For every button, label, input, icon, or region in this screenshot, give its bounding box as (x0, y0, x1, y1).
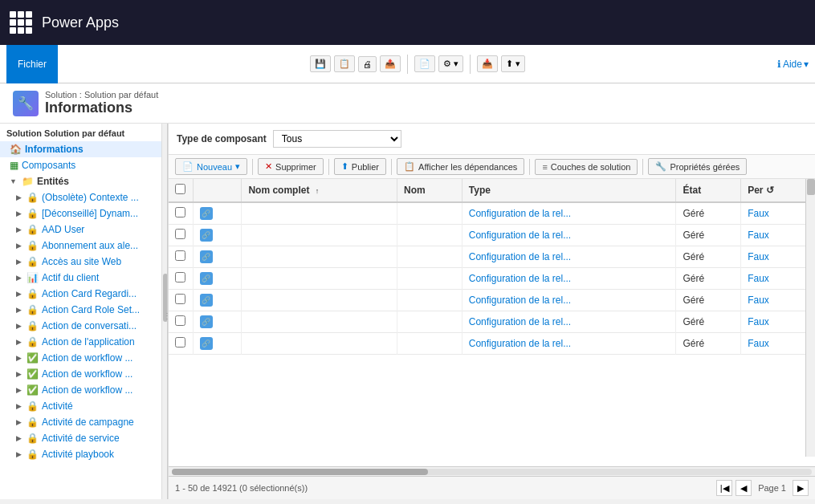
row-7-checkbox[interactable] (175, 337, 185, 348)
row-4-type[interactable]: Configuration de la rel... (462, 268, 676, 290)
supprimer-button[interactable]: ✕ Supprimer (258, 158, 324, 175)
select-all-checkbox[interactable] (175, 184, 185, 194)
row-6-checkbox[interactable] (175, 315, 185, 326)
sidebar-item-action-conversation[interactable]: ▶ 🔒 Action de conversati... (0, 318, 168, 334)
sidebar-item-activite[interactable]: ▶ 🔒 Activité (0, 398, 168, 414)
publier-button[interactable]: ⬆ Publier (334, 158, 386, 175)
row-1-etat: Géré (676, 202, 741, 225)
row-5-checkbox[interactable] (175, 294, 185, 304)
row-4-etat: Géré (676, 268, 741, 290)
nouveau-button[interactable]: 📄 Nouveau ▾ (175, 158, 247, 175)
sidebar-label-action-conversation: Action de conversati... (42, 320, 137, 331)
file-button[interactable]: Fichier (6, 45, 58, 83)
toolbar-import[interactable]: 📥 (477, 55, 498, 72)
th-type[interactable]: Type (462, 179, 676, 202)
table-row[interactable]: 🔗 Configuration de la rel... Géré Faux (169, 202, 815, 225)
row-1-nom-complet (242, 202, 397, 225)
sidebar-item-action-workflow-3[interactable]: ▶ ✅ Action de workflow ... (0, 382, 168, 398)
toolbar-save2[interactable]: 📋 (334, 55, 355, 72)
sidebar-item-activite-service[interactable]: ▶ 🔒 Activité de service (0, 430, 168, 446)
th-personnalisable[interactable]: Per ↺ (741, 179, 815, 202)
next-page-button[interactable]: ▶ (793, 480, 809, 496)
sidebar-item-informations[interactable]: 🏠 Informations (0, 141, 168, 157)
toolbar-export[interactable]: 📤 (380, 55, 401, 72)
table-row[interactable]: 🔗 Configuration de la rel... Géré Faux (169, 225, 815, 246)
couches-solution-button[interactable]: ≡ Couches de solution (535, 159, 638, 175)
sidebar-item-abonnement[interactable]: ▶ 🔒 Abonnement aux ale... (0, 238, 168, 254)
nouveau-chevron-icon: ▾ (235, 161, 240, 172)
row-7-type[interactable]: Configuration de la rel... (462, 333, 676, 355)
sidebar-item-actif-client[interactable]: ▶ 📊 Actif du client (0, 270, 168, 286)
row-2-per[interactable]: Faux (741, 225, 815, 246)
sidebar-item-activite-campagne[interactable]: ▶ 🔒 Activité de campagne (0, 414, 168, 430)
sidebar-item-entites[interactable]: ▼ 📁 Entités (0, 173, 168, 189)
prev-page-button[interactable]: ◀ (736, 480, 752, 496)
row-2-checkbox[interactable] (175, 229, 185, 239)
app-grid-icon[interactable] (10, 11, 32, 34)
toolbar-buttons: 💾 📋 🖨 📤 📄 ⚙ ▾ 📥 ⬆ ▾ (310, 55, 525, 74)
abonnement-arrow-icon: ▶ (16, 242, 22, 250)
toolbar-sep1 (407, 55, 408, 74)
row-1-per[interactable]: Faux (741, 202, 815, 225)
row-3-checkbox[interactable] (175, 250, 185, 261)
toolbar-new[interactable]: 📄 (414, 55, 435, 72)
sidebar-item-action-card-role-set[interactable]: ▶ 🔒 Action Card Role Set... (0, 302, 168, 318)
table-v-scrollbar[interactable] (805, 179, 815, 457)
row-1-type[interactable]: Configuration de la rel... (462, 202, 676, 225)
toolbar-print[interactable]: 🖨 (358, 56, 377, 72)
sidebar-item-action-workflow-2[interactable]: ▶ ✅ Action de workflow ... (0, 366, 168, 382)
table-row[interactable]: 🔗 Configuration de la rel... Géré Faux (169, 311, 815, 333)
action-sep5 (642, 159, 643, 175)
row-3-type[interactable]: Configuration de la rel... (462, 246, 676, 268)
toolbar-options[interactable]: ⚙ ▾ (438, 55, 463, 72)
workflow2-icon: ✅ (26, 368, 39, 380)
afficher-dependances-button[interactable]: 📋 Afficher les dépendances (397, 158, 524, 175)
action-app-arrow: ▶ (16, 338, 22, 346)
activite-pb-icon: 🔒 (26, 449, 39, 460)
publier-label: Publier (352, 162, 379, 172)
sidebar-item-action-application[interactable]: ▶ 🔒 Action de l'application (0, 334, 168, 350)
sidebar-item-obsolete[interactable]: ▶ 🔒 (Obsolète) Contexte ... (0, 189, 168, 205)
sidebar-item-acces-web[interactable]: ▶ 🔒 Accès au site Web (0, 254, 168, 270)
row-5-type[interactable]: Configuration de la rel... (462, 290, 676, 311)
table-row[interactable]: 🔗 Configuration de la rel... Géré Faux (169, 290, 815, 311)
table-row[interactable]: 🔗 Configuration de la rel... Géré Faux (169, 246, 815, 268)
th-nom[interactable]: Nom (397, 179, 463, 202)
sidebar-label-action-workflow-2: Action de workflow ... (42, 368, 132, 380)
sidebar-item-aad-user[interactable]: ▶ 🔒 AAD User (0, 222, 168, 238)
proprietes-gerees-button[interactable]: 🔧 Propriétés gérées (648, 158, 747, 175)
toolbar-upgrade[interactable]: ⬆ ▾ (501, 55, 525, 72)
row-7-per[interactable]: Faux (741, 333, 815, 355)
sidebar-item-activite-playbook[interactable]: ▶ 🔒 Activité playbook (0, 446, 168, 462)
supprimer-label: Supprimer (275, 162, 316, 172)
row-3-icon: 🔗 (200, 250, 213, 263)
first-page-button[interactable]: |◀ (716, 480, 732, 496)
row-6-nom (397, 311, 463, 333)
help-button[interactable]: ℹ Aide ▾ (777, 59, 809, 70)
sidebar-item-action-card-regardi[interactable]: ▶ 🔒 Action Card Regardi... (0, 286, 168, 302)
row-2-type[interactable]: Configuration de la rel... (462, 225, 676, 246)
sidebar-item-deconseille[interactable]: ▶ 🔒 [Déconseillé] Dynam... (0, 205, 168, 222)
refresh-icon[interactable]: ↺ (766, 185, 774, 196)
h-scrollbar[interactable] (169, 466, 815, 476)
table-row[interactable]: 🔗 Configuration de la rel... Géré Faux (169, 268, 815, 290)
row-1-checkbox[interactable] (175, 207, 185, 217)
component-type-select[interactable]: Tous Tous Entités Composants Flux de tra… (273, 130, 401, 148)
row-6-per[interactable]: Faux (741, 311, 815, 333)
row-3-per[interactable]: Faux (741, 246, 815, 268)
row-1-nom (397, 202, 463, 225)
row-4-checkbox[interactable] (175, 272, 185, 282)
row-6-type[interactable]: Configuration de la rel... (462, 311, 676, 333)
th-etat[interactable]: État (676, 179, 741, 202)
sidebar-label-action-workflow-1: Action de workflow ... (42, 352, 132, 364)
toolbar-save[interactable]: 💾 (310, 55, 331, 72)
workflow3-arrow: ▶ (16, 386, 22, 394)
table-row[interactable]: 🔗 Configuration de la rel... Géré Faux (169, 333, 815, 355)
sidebar-label-obsolete: (Obsolète) Contexte ... (42, 192, 139, 203)
help-label: Aide (783, 59, 802, 70)
sidebar-item-action-workflow-1[interactable]: ▶ ✅ Action de workflow ... (0, 350, 168, 366)
row-5-per[interactable]: Faux (741, 290, 815, 311)
th-nom-complet[interactable]: Nom complet ↑ (242, 179, 397, 202)
row-4-per[interactable]: Faux (741, 268, 815, 290)
sidebar-item-composants[interactable]: ▦ Composants (0, 157, 168, 173)
